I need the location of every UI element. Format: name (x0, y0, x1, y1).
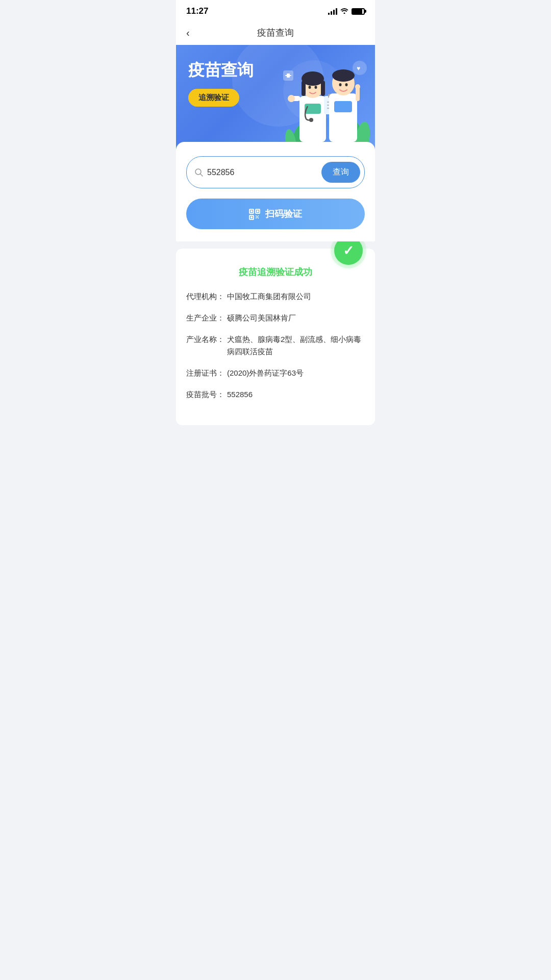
result-value: 硕腾公司美国林肯厂 (227, 312, 365, 324)
svg-point-24 (339, 83, 342, 86)
svg-rect-41 (256, 215, 257, 216)
svg-point-14 (288, 95, 295, 102)
svg-rect-20 (329, 93, 357, 142)
svg-rect-43 (256, 217, 257, 218)
result-value: 中国牧工商集团有限公司 (227, 290, 365, 303)
result-value: 犬瘟热、腺病毒2型、副流感、细小病毒病四联活疫苗 (227, 333, 365, 358)
svg-line-34 (201, 174, 203, 176)
svg-rect-9 (302, 81, 306, 96)
svg-point-25 (345, 83, 348, 86)
status-icons (328, 7, 365, 15)
table-row: 代理机构： 中国牧工商集团有限公司 (186, 290, 365, 303)
status-time: 11:27 (186, 6, 208, 16)
svg-rect-38 (257, 210, 259, 212)
result-label: 生产企业： (186, 312, 227, 324)
back-button[interactable]: ‹ (186, 27, 190, 39)
wifi-icon (340, 7, 348, 15)
result-title: 疫苗追溯验证成功 (186, 266, 365, 278)
svg-point-12 (315, 86, 317, 89)
result-label: 疫苗批号： (186, 388, 227, 401)
banner-tag: 追溯验证 (188, 89, 239, 107)
signal-icon (328, 8, 337, 15)
search-input[interactable] (207, 168, 317, 177)
scan-icon (249, 208, 260, 220)
svg-point-6 (309, 118, 313, 122)
table-row: 注册证书： (2020)外兽药证字63号 (186, 367, 365, 379)
table-row: 疫苗批号： 552856 (186, 388, 365, 401)
svg-text:♥: ♥ (357, 65, 360, 72)
svg-rect-44 (258, 217, 259, 218)
svg-rect-21 (334, 101, 352, 112)
scan-label: 扫码验证 (265, 208, 302, 220)
check-icon: ✓ (343, 243, 354, 259)
result-card: ✓ 疫苗追溯验证成功 代理机构： 中国牧工商集团有限公司 生产企业： 硕腾公司美… (176, 249, 375, 425)
battery-icon (352, 8, 365, 15)
svg-point-27 (355, 84, 360, 89)
result-label: 代理机构： (186, 290, 227, 303)
banner: ♥ 疫苗查询 追溯验证 (176, 45, 375, 157)
result-value: (2020)外兽药证字63号 (227, 367, 365, 379)
svg-point-33 (195, 169, 201, 175)
result-label: 产业名称： (186, 333, 227, 358)
search-box: 查询 (186, 156, 365, 188)
svg-rect-42 (258, 215, 259, 216)
result-items: 代理机构： 中国牧工商集团有限公司 生产企业： 硕腾公司美国林肯厂 产业名称： … (186, 290, 365, 401)
nav-bar: ‹ 疫苗查询 (176, 20, 375, 45)
svg-rect-10 (321, 81, 325, 96)
search-icon (195, 168, 203, 177)
status-bar: 11:27 (176, 0, 375, 20)
svg-point-11 (309, 86, 311, 89)
svg-rect-30 (285, 75, 291, 76)
search-card: 查询 扫码验证 (176, 142, 375, 241)
svg-point-23 (332, 69, 355, 82)
svg-rect-36 (251, 210, 253, 212)
result-label: 注册证书： (186, 367, 227, 379)
search-button[interactable]: 查询 (321, 162, 360, 183)
svg-rect-40 (251, 216, 253, 218)
svg-rect-45 (257, 216, 258, 217)
page-title: 疫苗查询 (257, 27, 294, 39)
table-row: 产业名称： 犬瘟热、腺病毒2型、副流感、细小病毒病四联活疫苗 (186, 333, 365, 358)
doctors-illustration: ♥ (273, 45, 375, 157)
table-row: 生产企业： 硕腾公司美国林肯厂 (186, 312, 365, 324)
scan-button[interactable]: 扫码验证 (186, 199, 365, 229)
result-value: 552856 (227, 388, 365, 401)
